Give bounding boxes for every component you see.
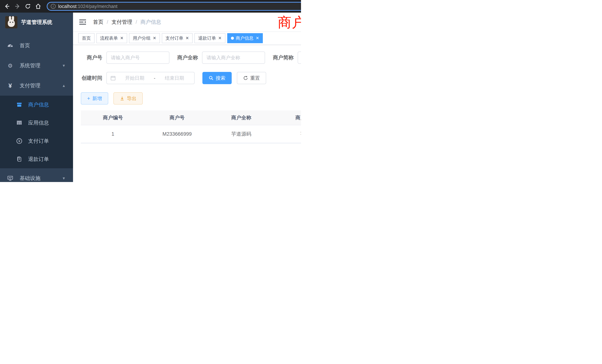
col-merchant-no: 商户号 [145,110,209,125]
sidebar-item-merchant-info[interactable]: 商户信息 [0,96,73,114]
merchant-no-input[interactable] [106,52,169,64]
top-navbar: 首页 / 支付管理 / 商户信息 ? [73,13,301,32]
annotation-merchant-list: 商户列表 [278,13,301,32]
create-time-label: 创建时间 [81,75,102,82]
filter-row-2: 创建时间 开始日期 - 结束日期 搜索 [81,72,301,84]
merchant-table: 商户编号 商户号 商户全称 商户简称 开启状态 备注 创建时间 操作 1 [81,110,301,143]
breadcrumb-merchant-info: 商户信息 [140,19,161,26]
date-end-placeholder: 结束日期 [158,75,191,81]
cell-full-name: 芋道源码 [209,125,273,143]
sidebar: 芋道管理系统 首页 ⚙ 系统管理 ▼ ¥ 支付管理 ▲ [0,13,73,182]
export-button[interactable]: 导出 [113,92,143,105]
breadcrumb-payment[interactable]: 支付管理 [112,19,132,26]
cell-merchant-no: M233666999 [145,125,209,143]
sidebar-menu: 首页 ⚙ 系统管理 ▼ ¥ 支付管理 ▲ 商 [0,32,73,182]
col-merchant-id: 商户编号 [81,110,145,125]
breadcrumb-home[interactable]: 首页 [93,19,103,26]
sidebar-item-refund-order[interactable]: 退款订单 [0,150,73,168]
screen: i localhost:1024/pay/merchant ◆ 10 ⌘ 1 Y [0,0,301,182]
documents-icon [16,156,22,162]
tab-pay-order[interactable]: 支付订单✕ [162,33,193,43]
chevron-down-icon: ▼ [62,64,66,68]
sidebar-item-home[interactable]: 首页 [0,36,73,56]
filter-row-1: 商户号 商户全称 商户简称 开启状态 请选择开启状态 [81,52,301,64]
app-title: 芋道管理系统 [21,19,52,26]
col-short-name: 商户简称 [273,110,301,125]
reset-button[interactable]: 重置 [237,72,266,84]
close-icon[interactable]: ✕ [153,36,156,41]
short-name-label: 商户简称 [273,54,294,61]
home-icon[interactable] [34,2,42,10]
url-text[interactable]: localhost:1024/pay/merchant [58,4,301,9]
date-separator: - [154,75,155,81]
download-icon [120,96,125,101]
add-button[interactable]: + 新增 [81,92,108,105]
merchant-list-page: 商户号 商户全称 商户简称 开启状态 请选择开启状态 [73,45,301,182]
chevron-up-icon: ▲ [62,84,66,88]
cell-merchant-id: 1 [81,125,145,143]
sidebar-item-app-info[interactable]: 应用信息 [0,114,73,132]
monitor-chart-icon [7,175,13,182]
sidebar-item-infrastructure[interactable]: 基础设施 ▼ [0,168,73,182]
table-row: 1 M233666999 芋道源码 芋艿 我是备注 2021-10-23 08:… [81,125,301,143]
calendar-icon [110,75,116,81]
tab-refund-order[interactable]: 退款订单✕ [194,33,225,43]
tab-home[interactable]: 首页 [78,33,95,43]
table-body: 1 M233666999 芋道源码 芋艿 我是备注 2021-10-23 08:… [81,125,301,143]
full-name-label: 商户全称 [177,54,198,61]
grid-table-icon [16,120,22,126]
url-host: localhost [58,4,76,9]
active-dot [231,37,234,40]
tab-process-form[interactable]: 流程表单✕ [96,33,127,43]
table-header: 商户编号 商户号 商户全称 商户简称 开启状态 备注 创建时间 操作 [81,110,301,125]
store-icon [16,102,22,108]
dashboard-icon [7,43,13,49]
reload-icon[interactable] [24,2,32,10]
payment-submenu: 商户信息 应用信息 ¥ 支付订单 [0,96,73,168]
yen-icon: ¥ [7,83,13,89]
sidebar-item-pay-order[interactable]: ¥ 支付订单 [0,132,73,150]
tab-merchant-info[interactable]: 商户信息✕ [227,33,263,43]
search-button[interactable]: 搜索 [202,72,232,84]
sidebar-item-system[interactable]: ⚙ 系统管理 ▼ [0,56,73,76]
breadcrumb: 首页 / 支付管理 / 商户信息 [93,19,301,26]
browser-toolbar: i localhost:1024/pay/merchant ◆ 10 ⌘ 1 Y [0,0,301,13]
close-icon[interactable]: ✕ [218,36,222,41]
back-icon[interactable] [3,2,11,10]
sidebar-item-payment[interactable]: ¥ 支付管理 ▲ [0,76,73,96]
forward-icon[interactable] [13,2,22,10]
tags-view-bar: 首页 流程表单✕ 用户分组✕ 支付订单✕ 退款订单✕ 商户信息✕ [73,32,301,45]
date-start-placeholder: 开始日期 [119,75,151,81]
url-path: :1024/pay/merchant [76,4,118,9]
close-icon[interactable]: ✕ [185,36,189,41]
app-logo[interactable]: 芋道管理系统 [0,13,73,32]
chevron-down-icon: ▼ [62,176,66,181]
merchant-no-label: 商户号 [81,54,102,61]
cell-short-name: 芋艿 [273,125,301,143]
short-name-input[interactable] [298,52,301,64]
close-icon[interactable]: ✕ [256,36,259,41]
close-icon[interactable]: ✕ [120,36,123,41]
address-bar[interactable]: i localhost:1024/pay/merchant [47,2,301,11]
plus-icon: + [87,96,90,101]
pagination: 共1 条 10条/页 ▼ ❮ 1 ❯ 前往 页 [81,153,301,164]
sidebar-collapse-icon[interactable] [79,18,86,26]
site-info-icon[interactable]: i [51,4,56,9]
full-name-input[interactable] [202,52,265,64]
yen-circle-icon: ¥ [16,138,22,144]
tab-user-group[interactable]: 用户分组✕ [129,33,160,43]
col-full-name: 商户全称 [209,110,273,125]
table-toolbar: + 新增 导出 [81,92,301,105]
gear-icon: ⚙ [7,63,13,69]
create-time-range-picker[interactable]: 开始日期 - 结束日期 [106,72,195,84]
logo-rabbit-image [5,16,17,28]
